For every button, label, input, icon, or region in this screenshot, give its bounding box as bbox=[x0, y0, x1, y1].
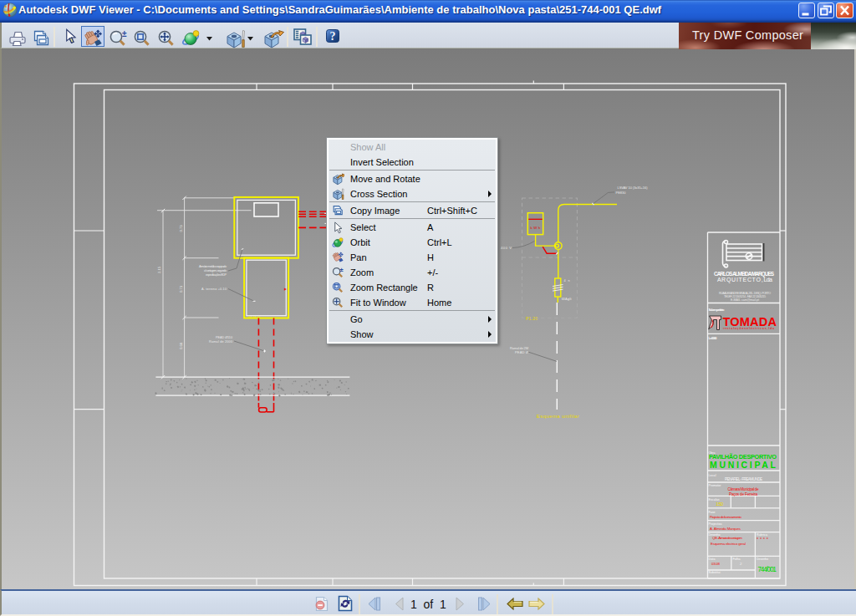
svg-text:Esquema electrico geral: Esquema electrico geral bbox=[711, 542, 746, 546]
svg-text:Câmara Municipal de: Câmara Municipal de bbox=[728, 487, 759, 491]
svg-text:LSVAV 10 (3x35+16): LSVAV 10 (3x35+16) bbox=[618, 186, 649, 190]
svg-text:MUNICIPAL: MUNICIPAL bbox=[710, 460, 777, 470]
svg-text:A. terreno +0.10: A. terreno +0.10 bbox=[201, 288, 227, 291]
svg-text:03.08: 03.08 bbox=[711, 562, 721, 566]
svg-text:Paços de Ferreira: Paços de Ferreira bbox=[729, 492, 757, 496]
svg-text:2: 2 bbox=[740, 562, 742, 566]
svg-text:744/001: 744/001 bbox=[757, 566, 777, 573]
svg-text:PE830: PE830 bbox=[616, 191, 627, 195]
svg-text:Substitui: Substitui bbox=[709, 571, 721, 574]
svg-text:PEAD Ø: PEAD Ø bbox=[515, 350, 528, 354]
svg-text:L = 0000: L = 0000 bbox=[709, 336, 718, 340]
svg-text:TOMADA: TOMADA bbox=[723, 315, 777, 328]
svg-text:63 A gG: 63 A gG bbox=[562, 297, 572, 301]
svg-text:400 V: 400 V bbox=[501, 246, 512, 250]
svg-text:Esquema unifilar: Esquema unifilar bbox=[537, 414, 579, 419]
svg-text:P1.20: P1.20 bbox=[526, 317, 538, 321]
svg-text:Local: Local bbox=[709, 474, 716, 477]
svg-text:Fase: Fase bbox=[709, 511, 716, 514]
svg-text:c/ contagem, segundo: c/ contagem, segundo bbox=[204, 269, 227, 272]
svg-text:PEAD Ø110: PEAD Ø110 bbox=[216, 336, 232, 339]
svg-text:Desenho: Desenho bbox=[757, 557, 768, 561]
svg-text:Projectou: Projectou bbox=[709, 522, 722, 526]
svg-text:Data: Data bbox=[709, 557, 716, 561]
svg-text:Projecto de licenciamento: Projecto de licenciamento bbox=[710, 515, 742, 519]
svg-text:4n: 4n bbox=[564, 279, 570, 283]
svg-text:i n s t a l a ç õ e s e l é: i n s t a l a ç õ e s e l é c t r i c a … bbox=[723, 327, 775, 330]
svg-text:A. Almeida Marques: A. Almeida Marques bbox=[710, 527, 741, 531]
svg-text:Folha: Folha bbox=[733, 557, 741, 561]
svg-text:PENAFIEL - FREAMUNDE: PENAFIEL - FREAMUNDE bbox=[725, 477, 762, 481]
svg-text:Subempreiteiro: Subempreiteiro bbox=[709, 308, 726, 312]
svg-text:kWh: kWh bbox=[531, 226, 542, 230]
svg-text:especificações EDP: especificações EDP bbox=[206, 273, 227, 277]
svg-text:Armário metálico equipado: Armário metálico equipado bbox=[199, 265, 227, 268]
svg-text:0.73: 0.73 bbox=[179, 285, 183, 293]
svg-text:E-MAIL cam@mail.pt: E-MAIL cam@mail.pt bbox=[731, 298, 759, 302]
svg-text:±: ± bbox=[339, 267, 343, 273]
svg-text:1:50: 1:50 bbox=[716, 501, 723, 507]
svg-text:0.73: 0.73 bbox=[179, 225, 183, 232]
svg-text:?: ? bbox=[330, 30, 336, 43]
svg-text:2.15: 2.15 bbox=[157, 266, 161, 273]
svg-text:±: ± bbox=[122, 29, 127, 38]
svg-text:0.68: 0.68 bbox=[179, 342, 183, 349]
svg-text:A R Q U I T E C T O , Lda: A R Q U I T E C T O , Lda bbox=[717, 277, 772, 283]
svg-text:Promotor: Promotor bbox=[709, 484, 722, 487]
svg-text:▭▭▭: ▭▭▭ bbox=[248, 314, 260, 318]
svg-text:Ramal de 2000: Ramal de 2000 bbox=[209, 340, 232, 344]
svg-text:Q.E. - Armario de contagem: Q.E. - Armario de contagem bbox=[712, 536, 742, 540]
